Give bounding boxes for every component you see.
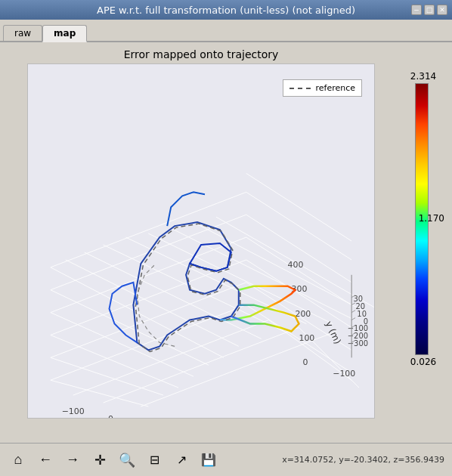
svg-text:100: 100 [299, 333, 314, 343]
svg-text:400: 400 [287, 260, 303, 270]
plot-container[interactable]: −100 0 100 200 300 400 X (m) −100 0 100 … [27, 63, 375, 419]
minimize-icon: − [413, 6, 419, 14]
svg-text:−300: −300 [348, 339, 368, 348]
close-icon: ✕ [439, 6, 445, 14]
legend-label: reference [315, 83, 355, 93]
settings-button[interactable]: ⊟ [144, 450, 165, 471]
back-button[interactable]: ← [35, 450, 56, 471]
maximize-button[interactable]: □ [424, 5, 435, 15]
chart-button[interactable]: ↗ [171, 450, 192, 471]
pan-button[interactable]: ✛ [89, 450, 110, 471]
svg-text:−100: −100 [333, 369, 355, 379]
maximize-icon: □ [426, 6, 433, 14]
forward-button[interactable]: → [62, 450, 83, 471]
legend-dashes-icon [289, 88, 311, 89]
window-title: APE w.r.t. full transformation (unit-les… [97, 5, 355, 16]
main-content: Error mapped onto trajectory [0, 42, 452, 443]
home-button[interactable]: ⌂ [8, 450, 29, 471]
settings-icon: ⊟ [150, 453, 159, 467]
plot-area: Error mapped onto trajectory [6, 48, 396, 437]
pan-icon: ✛ [94, 452, 106, 468]
svg-text:0: 0 [108, 414, 113, 418]
back-arrow-icon: ← [39, 452, 52, 468]
status-text: x=314.0752, y=-20.3402, z=356.9439 [282, 455, 444, 465]
window-controls: − □ ✕ [411, 5, 447, 15]
tab-bar: raw map [0, 20, 452, 42]
trajectory-plot: −100 0 100 200 300 400 X (m) −100 0 100 … [28, 64, 374, 418]
chart-icon: ↗ [177, 453, 187, 467]
title-bar: APE w.r.t. full transformation (unit-les… [0, 0, 452, 20]
close-button[interactable]: ✕ [437, 5, 447, 15]
minimize-button[interactable]: − [411, 5, 422, 15]
toolbar: ⌂ ← → ✛ 🔍 ⊟ ↗ 💾 x=314.0752, y=-20.3402, … [0, 443, 452, 476]
plot-title: Error mapped onto trajectory [124, 48, 279, 60]
save-icon: 💾 [201, 453, 216, 467]
tab-map[interactable]: map [42, 25, 87, 42]
zoom-icon: 🔍 [119, 452, 135, 468]
forward-arrow-icon: → [66, 452, 79, 468]
colorbar-max-label: 2.314 [410, 71, 436, 82]
svg-text:−100: −100 [62, 406, 85, 416]
legend-box: reference [283, 79, 362, 97]
home-icon: ⌂ [14, 452, 23, 468]
save-button[interactable]: 💾 [198, 450, 219, 471]
colorbar-mid-label: 1.170 [419, 213, 444, 224]
colorbar-min-label: 0.026 [410, 357, 436, 367]
svg-text:200: 200 [295, 309, 311, 319]
tab-raw[interactable]: raw [3, 25, 42, 41]
zoom-button[interactable]: 🔍 [116, 450, 138, 471]
svg-text:0: 0 [302, 357, 308, 367]
colorbar-area: 2.314 1.170 0.026 [401, 48, 446, 403]
